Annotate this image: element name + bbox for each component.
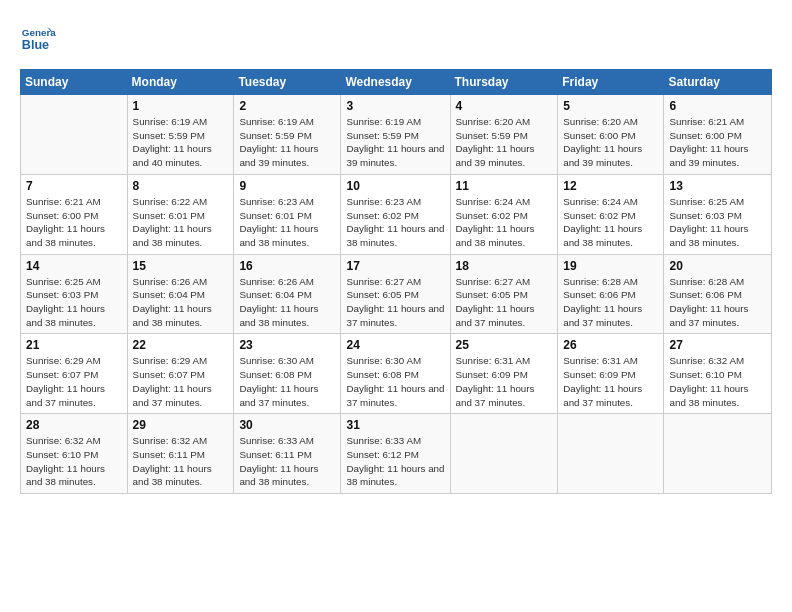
day-number: 14 <box>26 259 122 273</box>
day-info: Sunrise: 6:32 AM Sunset: 6:10 PM Dayligh… <box>669 354 766 409</box>
calendar-week-row: 7Sunrise: 6:21 AM Sunset: 6:00 PM Daylig… <box>21 174 772 254</box>
day-info: Sunrise: 6:29 AM Sunset: 6:07 PM Dayligh… <box>133 354 229 409</box>
day-info: Sunrise: 6:26 AM Sunset: 6:04 PM Dayligh… <box>133 275 229 330</box>
day-info: Sunrise: 6:21 AM Sunset: 6:00 PM Dayligh… <box>669 115 766 170</box>
day-number: 26 <box>563 338 658 352</box>
calendar-cell: 29Sunrise: 6:32 AM Sunset: 6:11 PM Dayli… <box>127 414 234 494</box>
day-info: Sunrise: 6:30 AM Sunset: 6:08 PM Dayligh… <box>239 354 335 409</box>
day-info: Sunrise: 6:19 AM Sunset: 5:59 PM Dayligh… <box>346 115 444 170</box>
calendar-cell: 7Sunrise: 6:21 AM Sunset: 6:00 PM Daylig… <box>21 174 128 254</box>
calendar-cell: 17Sunrise: 6:27 AM Sunset: 6:05 PM Dayli… <box>341 254 450 334</box>
calendar-cell: 21Sunrise: 6:29 AM Sunset: 6:07 PM Dayli… <box>21 334 128 414</box>
day-info: Sunrise: 6:19 AM Sunset: 5:59 PM Dayligh… <box>239 115 335 170</box>
calendar-cell: 3Sunrise: 6:19 AM Sunset: 5:59 PM Daylig… <box>341 95 450 175</box>
calendar-week-row: 1Sunrise: 6:19 AM Sunset: 5:59 PM Daylig… <box>21 95 772 175</box>
day-number: 31 <box>346 418 444 432</box>
day-number: 13 <box>669 179 766 193</box>
day-info: Sunrise: 6:27 AM Sunset: 6:05 PM Dayligh… <box>456 275 553 330</box>
day-info: Sunrise: 6:32 AM Sunset: 6:10 PM Dayligh… <box>26 434 122 489</box>
day-number: 3 <box>346 99 444 113</box>
day-info: Sunrise: 6:22 AM Sunset: 6:01 PM Dayligh… <box>133 195 229 250</box>
day-number: 10 <box>346 179 444 193</box>
day-number: 9 <box>239 179 335 193</box>
calendar-cell <box>558 414 664 494</box>
day-number: 15 <box>133 259 229 273</box>
day-info: Sunrise: 6:20 AM Sunset: 6:00 PM Dayligh… <box>563 115 658 170</box>
day-info: Sunrise: 6:31 AM Sunset: 6:09 PM Dayligh… <box>563 354 658 409</box>
day-info: Sunrise: 6:25 AM Sunset: 6:03 PM Dayligh… <box>26 275 122 330</box>
day-number: 25 <box>456 338 553 352</box>
day-number: 23 <box>239 338 335 352</box>
calendar-cell: 8Sunrise: 6:22 AM Sunset: 6:01 PM Daylig… <box>127 174 234 254</box>
day-number: 29 <box>133 418 229 432</box>
day-info: Sunrise: 6:33 AM Sunset: 6:11 PM Dayligh… <box>239 434 335 489</box>
day-info: Sunrise: 6:28 AM Sunset: 6:06 PM Dayligh… <box>563 275 658 330</box>
day-info: Sunrise: 6:25 AM Sunset: 6:03 PM Dayligh… <box>669 195 766 250</box>
svg-text:Blue: Blue <box>22 38 49 52</box>
weekday-header: Friday <box>558 70 664 95</box>
calendar-cell <box>21 95 128 175</box>
calendar-cell: 22Sunrise: 6:29 AM Sunset: 6:07 PM Dayli… <box>127 334 234 414</box>
calendar-cell: 10Sunrise: 6:23 AM Sunset: 6:02 PM Dayli… <box>341 174 450 254</box>
day-info: Sunrise: 6:24 AM Sunset: 6:02 PM Dayligh… <box>456 195 553 250</box>
day-number: 28 <box>26 418 122 432</box>
calendar-cell: 1Sunrise: 6:19 AM Sunset: 5:59 PM Daylig… <box>127 95 234 175</box>
weekday-header: Sunday <box>21 70 128 95</box>
calendar-week-row: 14Sunrise: 6:25 AM Sunset: 6:03 PM Dayli… <box>21 254 772 334</box>
day-number: 30 <box>239 418 335 432</box>
day-info: Sunrise: 6:29 AM Sunset: 6:07 PM Dayligh… <box>26 354 122 409</box>
calendar-cell: 20Sunrise: 6:28 AM Sunset: 6:06 PM Dayli… <box>664 254 772 334</box>
weekday-header: Tuesday <box>234 70 341 95</box>
calendar-cell: 26Sunrise: 6:31 AM Sunset: 6:09 PM Dayli… <box>558 334 664 414</box>
day-info: Sunrise: 6:23 AM Sunset: 6:01 PM Dayligh… <box>239 195 335 250</box>
day-info: Sunrise: 6:26 AM Sunset: 6:04 PM Dayligh… <box>239 275 335 330</box>
calendar-cell: 13Sunrise: 6:25 AM Sunset: 6:03 PM Dayli… <box>664 174 772 254</box>
calendar-table: SundayMondayTuesdayWednesdayThursdayFrid… <box>20 69 772 494</box>
day-number: 16 <box>239 259 335 273</box>
calendar-cell: 18Sunrise: 6:27 AM Sunset: 6:05 PM Dayli… <box>450 254 558 334</box>
day-number: 18 <box>456 259 553 273</box>
weekday-header: Thursday <box>450 70 558 95</box>
svg-text:General: General <box>22 27 56 38</box>
weekday-header: Monday <box>127 70 234 95</box>
calendar-cell: 23Sunrise: 6:30 AM Sunset: 6:08 PM Dayli… <box>234 334 341 414</box>
day-number: 17 <box>346 259 444 273</box>
day-info: Sunrise: 6:32 AM Sunset: 6:11 PM Dayligh… <box>133 434 229 489</box>
calendar-cell: 11Sunrise: 6:24 AM Sunset: 6:02 PM Dayli… <box>450 174 558 254</box>
calendar-cell: 15Sunrise: 6:26 AM Sunset: 6:04 PM Dayli… <box>127 254 234 334</box>
calendar-cell: 30Sunrise: 6:33 AM Sunset: 6:11 PM Dayli… <box>234 414 341 494</box>
day-number: 2 <box>239 99 335 113</box>
calendar-cell: 19Sunrise: 6:28 AM Sunset: 6:06 PM Dayli… <box>558 254 664 334</box>
calendar-cell: 5Sunrise: 6:20 AM Sunset: 6:00 PM Daylig… <box>558 95 664 175</box>
calendar-week-row: 21Sunrise: 6:29 AM Sunset: 6:07 PM Dayli… <box>21 334 772 414</box>
calendar-cell: 12Sunrise: 6:24 AM Sunset: 6:02 PM Dayli… <box>558 174 664 254</box>
day-number: 6 <box>669 99 766 113</box>
day-info: Sunrise: 6:28 AM Sunset: 6:06 PM Dayligh… <box>669 275 766 330</box>
day-number: 8 <box>133 179 229 193</box>
day-number: 11 <box>456 179 553 193</box>
day-number: 21 <box>26 338 122 352</box>
calendar-cell: 16Sunrise: 6:26 AM Sunset: 6:04 PM Dayli… <box>234 254 341 334</box>
day-info: Sunrise: 6:30 AM Sunset: 6:08 PM Dayligh… <box>346 354 444 409</box>
day-number: 24 <box>346 338 444 352</box>
calendar-week-row: 28Sunrise: 6:32 AM Sunset: 6:10 PM Dayli… <box>21 414 772 494</box>
day-number: 19 <box>563 259 658 273</box>
day-info: Sunrise: 6:23 AM Sunset: 6:02 PM Dayligh… <box>346 195 444 250</box>
calendar-cell: 6Sunrise: 6:21 AM Sunset: 6:00 PM Daylig… <box>664 95 772 175</box>
logo: General Blue <box>20 20 60 56</box>
day-number: 7 <box>26 179 122 193</box>
day-info: Sunrise: 6:31 AM Sunset: 6:09 PM Dayligh… <box>456 354 553 409</box>
day-info: Sunrise: 6:24 AM Sunset: 6:02 PM Dayligh… <box>563 195 658 250</box>
day-number: 22 <box>133 338 229 352</box>
calendar-cell: 2Sunrise: 6:19 AM Sunset: 5:59 PM Daylig… <box>234 95 341 175</box>
day-info: Sunrise: 6:20 AM Sunset: 5:59 PM Dayligh… <box>456 115 553 170</box>
calendar-cell: 24Sunrise: 6:30 AM Sunset: 6:08 PM Dayli… <box>341 334 450 414</box>
day-info: Sunrise: 6:19 AM Sunset: 5:59 PM Dayligh… <box>133 115 229 170</box>
calendar-cell <box>664 414 772 494</box>
day-info: Sunrise: 6:21 AM Sunset: 6:00 PM Dayligh… <box>26 195 122 250</box>
calendar-cell: 28Sunrise: 6:32 AM Sunset: 6:10 PM Dayli… <box>21 414 128 494</box>
calendar-cell: 9Sunrise: 6:23 AM Sunset: 6:01 PM Daylig… <box>234 174 341 254</box>
calendar-cell: 27Sunrise: 6:32 AM Sunset: 6:10 PM Dayli… <box>664 334 772 414</box>
day-info: Sunrise: 6:33 AM Sunset: 6:12 PM Dayligh… <box>346 434 444 489</box>
calendar-cell: 25Sunrise: 6:31 AM Sunset: 6:09 PM Dayli… <box>450 334 558 414</box>
